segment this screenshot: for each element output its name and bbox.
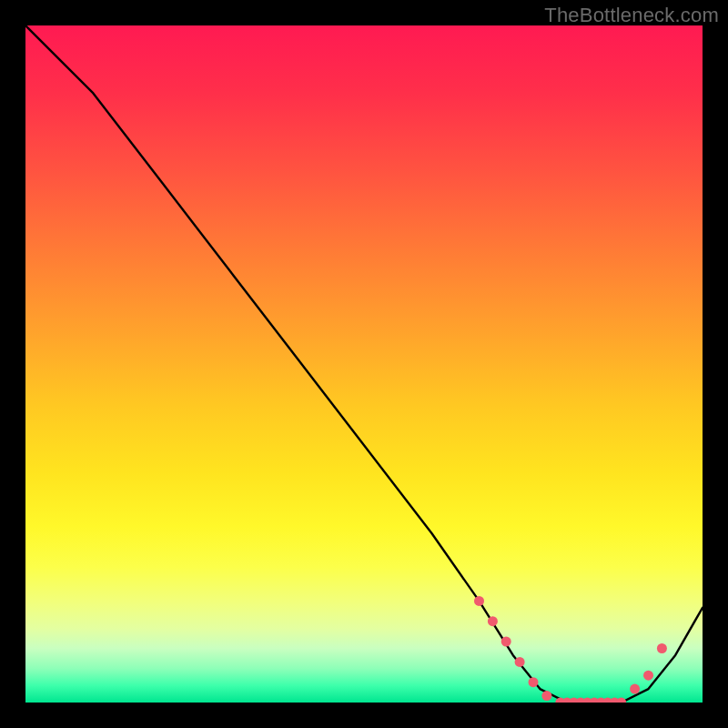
plot-area <box>25 25 703 703</box>
highlight-dot <box>657 643 667 653</box>
highlight-dot <box>515 657 525 667</box>
highlight-dot <box>616 698 626 703</box>
bottleneck-curve-line <box>25 25 703 703</box>
highlight-dot <box>501 637 511 647</box>
highlight-dot <box>474 596 484 606</box>
highlight-dot <box>529 677 539 687</box>
highlight-dot <box>643 671 653 681</box>
highlight-dot <box>541 691 551 701</box>
highlight-dot <box>488 616 498 626</box>
watermark-label: TheBottleneck.com <box>544 4 719 27</box>
highlight-dot <box>630 684 640 694</box>
chart-overlay <box>25 25 703 703</box>
chart-frame: TheBottleneck.com <box>0 0 728 728</box>
highlight-dots <box>474 596 667 703</box>
